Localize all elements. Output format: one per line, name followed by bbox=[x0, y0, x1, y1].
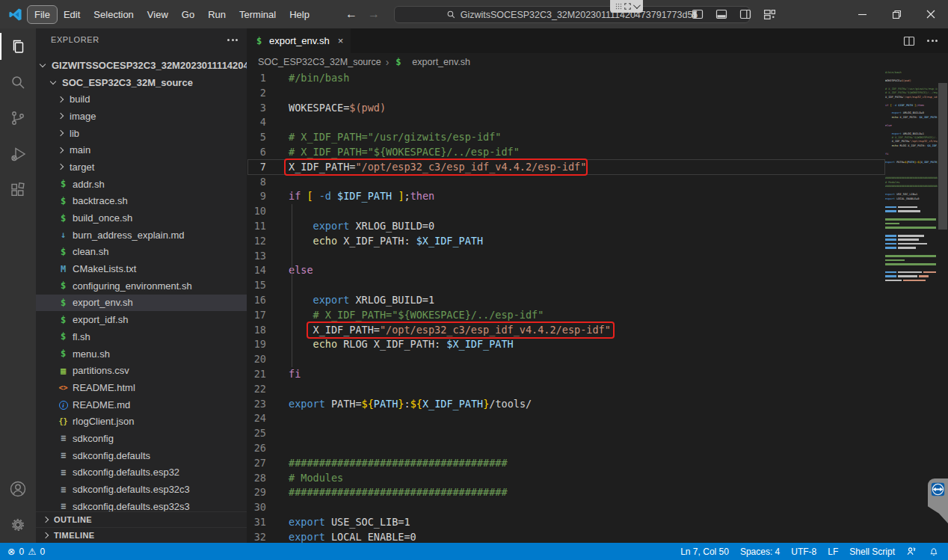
minimap[interactable]: #/bin/bashWOKESPACE=$(pwd)# X_IDF_PATH="… bbox=[885, 71, 938, 543]
code-line-9[interactable]: 9if [ -d $IDF_PATH ];then bbox=[247, 189, 948, 204]
cursor-position[interactable]: Ln 7, Col 50 bbox=[680, 547, 729, 557]
menu-item-edit[interactable]: Edit bbox=[57, 6, 87, 23]
code-line-26[interactable]: 26 bbox=[247, 441, 948, 456]
errors-count[interactable]: 0 bbox=[19, 547, 24, 557]
breadcrumb-file[interactable]: export_env.sh bbox=[412, 57, 470, 67]
code-line-3[interactable]: 3WOKESPACE=$(pwd) bbox=[247, 101, 948, 116]
code-line-4[interactable]: 4 bbox=[247, 115, 948, 130]
indentation-setting[interactable]: Spaces: 4 bbox=[740, 547, 780, 557]
search-activity-icon[interactable] bbox=[0, 64, 36, 100]
code-line-2[interactable]: 2 bbox=[247, 86, 948, 101]
run-debug-activity-icon[interactable] bbox=[0, 136, 36, 172]
code-line-32[interactable]: 32export LOCAL_ENABLE=0 bbox=[247, 530, 948, 543]
tree-item-addr-sh[interactable]: $addr.sh bbox=[36, 176, 247, 193]
menu-item-file[interactable]: File bbox=[28, 6, 57, 23]
tree-item-main[interactable]: main bbox=[36, 141, 247, 159]
code-line-6[interactable]: 6# X_IDF_PATH="${WOKESPACE}/../esp-idf" bbox=[247, 145, 948, 160]
tree-item-menu-sh[interactable]: $menu.sh bbox=[36, 345, 247, 363]
tree-item-sdkconfig-defaults-esp32s3[interactable]: ≡sdkconfig.defaults.esp32s3 bbox=[36, 498, 247, 511]
editor-more-actions-icon[interactable] bbox=[927, 40, 938, 42]
code-line-17[interactable]: 17 # X_IDF_PATH="${WOKESPACE}/../esp-idf… bbox=[247, 308, 948, 323]
menu-item-run[interactable]: Run bbox=[201, 6, 233, 23]
warnings-count[interactable]: 0 bbox=[40, 547, 45, 557]
back-button[interactable]: ← bbox=[345, 7, 357, 21]
code-line-16[interactable]: 16 export XRLOG_BUILD=1 bbox=[247, 293, 948, 308]
scrollbar-thumb[interactable] bbox=[938, 83, 947, 230]
eol-setting[interactable]: LF bbox=[828, 547, 838, 557]
tree-item-sdkconfig-defaults[interactable]: ≡sdkconfig.defaults bbox=[36, 447, 247, 464]
settings-gear-icon[interactable] bbox=[0, 507, 36, 543]
code-line-12[interactable]: 12 echo X_IDF_PATH: $X_IDF_PATH bbox=[247, 234, 948, 249]
source-control-activity-icon[interactable] bbox=[0, 100, 36, 136]
tree-item-soc-esp32c3-32m-source[interactable]: SOC_ESP32C3_32M_source bbox=[36, 74, 247, 91]
forward-button[interactable]: → bbox=[368, 7, 380, 21]
tree-item-clean-sh[interactable]: $clean.sh bbox=[36, 244, 247, 261]
screen-capture-toolbar[interactable] bbox=[610, 0, 643, 13]
code-line-13[interactable]: 13 bbox=[247, 249, 948, 264]
timeline-section[interactable]: TIMELINE bbox=[36, 527, 247, 543]
menu-item-view[interactable]: View bbox=[141, 6, 175, 23]
explorer-activity-icon[interactable] bbox=[0, 28, 36, 64]
code-line-24[interactable]: 24 bbox=[247, 411, 948, 426]
code-line-14[interactable]: 14else bbox=[247, 263, 948, 278]
outline-section[interactable]: OUTLINE bbox=[36, 511, 247, 527]
code-line-29[interactable]: 29#################################### bbox=[247, 485, 948, 500]
tree-item-fl-sh[interactable]: $fl.sh bbox=[36, 328, 247, 345]
tree-item-sdkconfig-defaults-esp32c3[interactable]: ≡sdkconfig.defaults.esp32c3 bbox=[36, 481, 247, 498]
feedback-icon[interactable] bbox=[906, 546, 917, 557]
account-icon[interactable] bbox=[0, 471, 36, 507]
more-actions-icon[interactable] bbox=[227, 39, 238, 41]
menu-item-selection[interactable]: Selection bbox=[87, 6, 140, 23]
tree-item-export-env-sh[interactable]: $export_env.sh bbox=[36, 295, 247, 312]
tree-item-backtrace-sh[interactable]: $backtrace.sh bbox=[36, 193, 247, 210]
code-line-25[interactable]: 25 bbox=[247, 426, 948, 441]
scrollbar[interactable] bbox=[938, 71, 948, 543]
tree-item-readme-html[interactable]: <>README.html bbox=[36, 379, 247, 396]
restore-button[interactable] bbox=[879, 0, 914, 28]
tree-item-configuring-environment-sh[interactable]: $configuring_environment.sh bbox=[36, 277, 247, 295]
code-line-23[interactable]: 23export PATH=${PATH}:${X_IDF_PATH}/tool… bbox=[247, 397, 948, 412]
customize-layout-icon[interactable] bbox=[763, 8, 776, 21]
code-line-1[interactable]: 1#/bin/bash bbox=[247, 71, 948, 86]
code-line-8[interactable]: 8 bbox=[247, 175, 948, 190]
tree-item-sdkconfig-defaults-esp32[interactable]: ≡sdkconfig.defaults.esp32 bbox=[36, 464, 247, 481]
code-line-5[interactable]: 5# X_IDF_PATH="/usr/gizwits/esp-idf" bbox=[247, 130, 948, 145]
minimize-button[interactable] bbox=[845, 0, 879, 28]
tree-item-readme-md[interactable]: iREADME.md bbox=[36, 396, 247, 413]
code-line-21[interactable]: 21fi bbox=[247, 367, 948, 382]
code-line-31[interactable]: 31export USE_SOC_LIB=1 bbox=[247, 515, 948, 530]
tree-item-sdkconfig[interactable]: ≡sdkconfig bbox=[36, 430, 247, 447]
code-line-20[interactable]: 20 bbox=[247, 352, 948, 367]
tree-item-gizwitssocesp32c3-32m2023011114204-[interactable]: GIZWITSSOCESP32C3_32M2023011114204... bbox=[36, 57, 247, 74]
code-line-27[interactable]: 27#################################### bbox=[247, 456, 948, 471]
tree-item-burn-address-explain-md[interactable]: ↓burn_address_explain.md bbox=[36, 227, 247, 244]
code-line-28[interactable]: 28# Modules bbox=[247, 471, 948, 486]
tree-item-partitions-csv[interactable]: ▦partitions.csv bbox=[36, 362, 247, 379]
tab-close-icon[interactable]: × bbox=[338, 35, 344, 46]
code-editor[interactable]: 1#/bin/bash23WOKESPACE=$(pwd)45# X_IDF_P… bbox=[247, 71, 948, 543]
code-line-22[interactable]: 22 bbox=[247, 382, 948, 397]
tree-item-lib[interactable]: lib bbox=[36, 125, 247, 142]
menu-item-help[interactable]: Help bbox=[283, 6, 316, 23]
code-line-10[interactable]: 10 bbox=[247, 204, 948, 219]
menu-item-go[interactable]: Go bbox=[175, 6, 201, 23]
split-editor-icon[interactable] bbox=[903, 35, 915, 47]
menu-item-terminal[interactable]: Terminal bbox=[233, 6, 283, 23]
encoding[interactable]: UTF-8 bbox=[791, 547, 816, 557]
toggle-sidebar-icon[interactable] bbox=[692, 8, 704, 20]
close-button[interactable] bbox=[914, 0, 948, 28]
tree-item-cmakelists-txt[interactable]: MCMakeLists.txt bbox=[36, 260, 247, 277]
code-line-11[interactable]: 11 export XRLOG_BUILD=0 bbox=[247, 219, 948, 234]
code-line-30[interactable]: 30 bbox=[247, 500, 948, 515]
tree-item-export-idf-sh[interactable]: $export_idf.sh bbox=[36, 311, 247, 328]
tree-item-image[interactable]: image bbox=[36, 108, 247, 125]
code-line-7[interactable]: 7X_IDF_PATH="/opt/esp32_c3/esp_idf_v4.4.… bbox=[247, 160, 948, 175]
tree-item-target[interactable]: target bbox=[36, 159, 247, 176]
tab-export-env-sh[interactable]: $ export_env.sh × bbox=[247, 28, 351, 53]
language-mode[interactable]: Shell Script bbox=[849, 547, 895, 557]
notifications-bell-icon[interactable] bbox=[929, 546, 939, 557]
code-line-18[interactable]: 18 X_IDF_PATH="/opt/esp32_c3/esp_idf_v4.… bbox=[247, 323, 948, 338]
code-line-15[interactable]: 15 bbox=[247, 278, 948, 293]
toggle-panel-icon[interactable] bbox=[715, 8, 727, 20]
code-line-19[interactable]: 19 echo RLOG X_IDF_PATH: $X_IDF_PATH bbox=[247, 337, 948, 352]
